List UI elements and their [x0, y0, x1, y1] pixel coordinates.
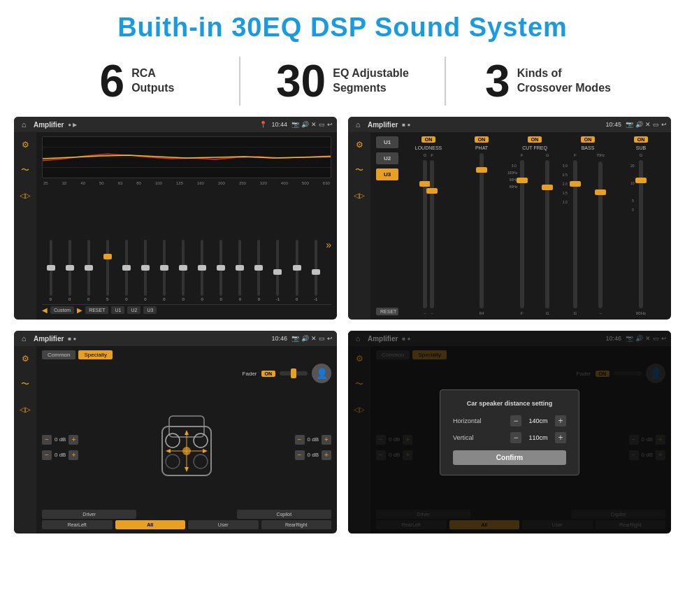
eq-u3-btn[interactable]: U3 — [143, 306, 157, 314]
btn-copilot[interactable]: Copilot — [237, 510, 331, 519]
fader-db-minus-4[interactable]: − — [295, 450, 305, 460]
fader-vol-sidebar-icon[interactable]: ◁▷ — [18, 402, 32, 416]
sub-on-badge[interactable]: ON — [634, 136, 649, 143]
eq-slider-6[interactable]: 0 — [136, 240, 154, 301]
bass-on-badge[interactable]: ON — [581, 136, 596, 143]
fader-db-plus-2[interactable]: + — [68, 450, 78, 460]
crossover-reset-btn[interactable]: RESET — [376, 308, 398, 315]
crossover-home-icon[interactable]: ⌂ — [352, 119, 363, 130]
crossover-close-icon[interactable]: ✕ — [645, 121, 651, 128]
eq-wave-icon[interactable]: 〜 — [18, 163, 32, 177]
eq-slider-9[interactable]: 0 — [194, 240, 211, 301]
phat-on-badge[interactable]: ON — [475, 136, 489, 143]
eq-screen: ⌂ Amplifier ● ▶ 📍 10:44 📷 🔊 ✕ ▭ ↩ ⚙ 〜 ◁▷ — [14, 117, 337, 320]
fader-topbar-icons: 📷 🔊 ✕ ▭ ↩ — [291, 335, 333, 342]
eq-u2-btn[interactable]: U2 — [127, 306, 140, 314]
fader-window-icon: ▭ — [319, 335, 325, 342]
loudness-slider-f[interactable]: F ~ — [430, 153, 434, 315]
tab-specialty[interactable]: Specialty — [78, 350, 112, 359]
bass-label: BASS — [582, 145, 595, 150]
fader-db-plus-1[interactable]: + — [68, 435, 78, 445]
fader-bottom-btns-2: RearLeft All User RearRight — [42, 520, 331, 529]
btn-user[interactable]: User — [188, 520, 259, 529]
crossover-wave-icon[interactable]: 〜 — [352, 163, 366, 177]
crossover-col-sub: ON SUB G 20 10 5 0 60Hz — [616, 136, 665, 315]
eq-filter-icon[interactable]: ⚙ — [18, 138, 32, 152]
preset-u2[interactable]: U2 — [376, 152, 398, 164]
btn-rearleft[interactable]: RearLeft — [42, 520, 113, 529]
eq-slider-10[interactable]: 0 — [212, 240, 230, 301]
btn-rearright[interactable]: RearRight — [261, 520, 332, 529]
close-icon[interactable]: ✕ — [311, 121, 317, 128]
eq-sliders-row: 0 0 0 5 0 — [42, 188, 331, 301]
eq-slider-5[interactable]: 0 — [117, 240, 135, 301]
eq-slider-15[interactable]: -1 — [307, 240, 324, 301]
page-title: Buith-in 30EQ DSP Sound System — [0, 0, 685, 50]
eq-slider-4[interactable]: 5 — [99, 240, 116, 301]
btn-driver[interactable]: Driver — [42, 510, 136, 519]
btn-all[interactable]: All — [115, 520, 186, 529]
eq-slider-11[interactable]: 0 — [231, 240, 249, 301]
eq-slider-7[interactable]: 0 — [155, 240, 173, 301]
preset-u3[interactable]: U3 — [376, 169, 398, 180]
bass-slider-hz[interactable]: 70Hz ~ — [589, 153, 613, 315]
eq-slider-1[interactable]: 0 — [42, 240, 59, 301]
sub-slider[interactable]: G 20 10 5 0 60Hz — [616, 153, 665, 315]
fader-db-plus-4[interactable]: + — [322, 450, 331, 460]
eq-slider-3[interactable]: 0 — [80, 240, 97, 301]
crossover-window-icon: ▭ — [653, 121, 659, 128]
fader-db-minus-2[interactable]: − — [42, 450, 52, 460]
fader-db-plus-3[interactable]: + — [322, 435, 331, 445]
fader-filter-icon[interactable]: ⚙ — [18, 352, 32, 366]
fader-on-badge[interactable]: ON — [261, 371, 276, 377]
crossover-vol-sidebar-icon[interactable]: ◁▷ — [352, 188, 366, 202]
eq-prev-icon[interactable]: ◀ — [42, 306, 48, 314]
eq-slider-14[interactable]: 0 — [288, 240, 305, 301]
bass-slider-f[interactable]: F 3.0 2.5 2.0 1.5 1.0 G — [563, 153, 587, 315]
loudness-slider-g[interactable]: G ~ — [423, 153, 427, 315]
eq-slider-12[interactable]: 0 — [250, 240, 268, 301]
eq-play-icon[interactable]: ▶ — [77, 306, 82, 314]
phat-slider[interactable]: 64 — [457, 153, 506, 315]
eq-volume-sidebar-icon[interactable]: ◁▷ — [18, 188, 32, 202]
crossover-controls: ON LOUDNESS G ~ F ~ — [404, 136, 665, 315]
eq-slider-2[interactable]: 0 — [61, 240, 78, 301]
dialog-horizontal-minus[interactable]: − — [510, 415, 521, 427]
eq-more-icon[interactable]: » — [326, 239, 331, 250]
cutfreq-slider-g[interactable]: G G — [536, 153, 560, 315]
fader-close-icon[interactable]: ✕ — [311, 335, 317, 342]
fader-db-minus-3[interactable]: − — [295, 435, 305, 445]
back-icon[interactable]: ↩ — [327, 121, 333, 128]
fader-home-icon[interactable]: ⌂ — [18, 333, 29, 344]
eq-custom-btn[interactable]: Custom — [50, 306, 74, 314]
cutfreq-slider-f[interactable]: F 3.0 100Hz 90Hz 80Hz F — [510, 153, 534, 315]
dialog-vertical-minus[interactable]: − — [510, 432, 521, 443]
fader-h-thumb[interactable] — [291, 368, 296, 378]
eq-freq-labels: 2532405063 80100125160200 25032040050063… — [42, 181, 331, 185]
preset-u1[interactable]: U1 — [376, 136, 398, 148]
crossover-presets: U1 U2 U3 RESET — [376, 136, 398, 315]
eq-topbar-time: 10:44 — [271, 121, 287, 128]
dialog-confirm-button[interactable]: Confirm — [453, 450, 566, 465]
fader-back-icon[interactable]: ↩ — [327, 335, 333, 342]
loudness-on-badge[interactable]: ON — [421, 136, 436, 143]
crossover-back-icon[interactable]: ↩ — [661, 121, 667, 128]
eq-sidebar: ⚙ 〜 ◁▷ — [14, 132, 36, 320]
fader-wave-icon[interactable]: 〜 — [18, 377, 32, 391]
dialog-horizontal-plus[interactable]: + — [555, 415, 566, 427]
cutfreq-on-badge[interactable]: ON — [528, 136, 542, 143]
fader-db-row-4: − 0 dB + — [295, 450, 331, 460]
crossover-filter-icon[interactable]: ⚙ — [352, 138, 366, 152]
tab-common[interactable]: Common — [42, 350, 75, 359]
fader-label-text: Fader — [243, 371, 257, 377]
fader-db-minus-1[interactable]: − — [42, 435, 52, 445]
stat-rca-label: RCA Outputs — [131, 66, 174, 96]
eq-slider-8[interactable]: 0 — [175, 240, 192, 301]
home-icon[interactable]: ⌂ — [18, 119, 29, 130]
eq-u1-btn[interactable]: U1 — [111, 306, 124, 314]
eq-slider-13[interactable]: -1 — [269, 240, 287, 301]
fader-h-slider[interactable] — [280, 371, 308, 375]
dialog-vertical-plus[interactable]: + — [555, 432, 566, 443]
crossover-topbar-title: Amplifier — [368, 121, 398, 129]
eq-reset-btn[interactable]: RESET — [85, 306, 108, 314]
